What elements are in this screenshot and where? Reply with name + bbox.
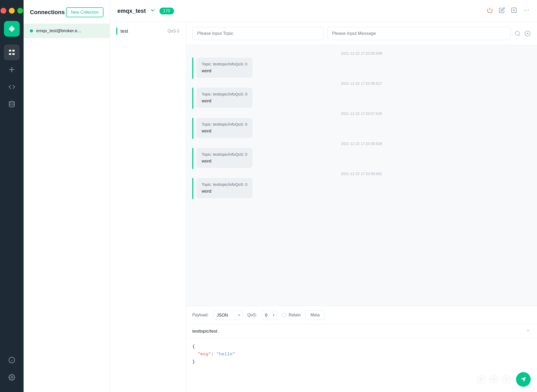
payload-type-select[interactable]: JSON Plaintext Hex Base64	[213, 311, 243, 320]
message-topic-label: Topic: testtopic/info	[202, 152, 235, 156]
close-traffic-light[interactable]	[1, 8, 6, 14]
message-bubble[interactable]: Topic: testtopic/infoQoS: 0word	[196, 148, 253, 168]
sidebar-item-data[interactable]	[4, 96, 20, 112]
message-topic-label: Topic: testtopic/info	[202, 92, 235, 96]
message-bubble[interactable]: Topic: testtopic/infoQoS: 0word	[196, 118, 253, 138]
message-timestamp: 2021-12-22 17:20:58:628	[192, 142, 531, 146]
more-options-icon[interactable]	[523, 7, 530, 15]
retain-radio	[282, 313, 287, 317]
subscription-color-bar	[116, 27, 117, 35]
qos-select[interactable]: 0 1 2	[262, 311, 277, 320]
message-input-wrapper	[327, 27, 511, 40]
top-bar-actions	[487, 7, 530, 15]
topic-bar: testtopic/test	[186, 324, 537, 338]
svg-point-12	[526, 10, 527, 10]
message-timestamp: 2021-12-22 17:20:57:635	[192, 111, 531, 116]
message-color-bar	[192, 58, 193, 79]
minimize-traffic-light[interactable]	[9, 8, 15, 14]
topic-filter-input[interactable]	[192, 27, 324, 40]
message-bubble[interactable]: Topic: testtopic/infoQoS: 0word	[196, 178, 253, 198]
traffic-lights	[1, 5, 23, 14]
svg-rect-3	[12, 53, 15, 55]
content-area: test QoS 0	[110, 22, 537, 392]
chevron-down-icon[interactable]	[150, 7, 156, 15]
svg-point-8	[11, 377, 13, 378]
connections-panel: Connections New Collection emqx_test@bro…	[24, 0, 110, 392]
message-filter-input[interactable]	[327, 27, 511, 40]
svg-line-15	[519, 35, 520, 36]
message-topic-label: Topic: testtopic/info	[202, 182, 235, 187]
topic-collapse-icon[interactable]	[525, 328, 531, 334]
svg-point-14	[515, 31, 519, 35]
message-timestamp: 2021-12-22 17:20:55:699	[192, 51, 531, 55]
message-bubble[interactable]: Topic: testtopic/infoQoS: 0word	[196, 88, 253, 108]
message-body: word	[202, 98, 247, 104]
subscription-qos: QoS 0	[168, 29, 179, 33]
message-color-bar	[192, 148, 193, 169]
message-body: word	[202, 189, 247, 194]
retain-label-text: Retain	[289, 313, 301, 317]
publish-area: Payload: JSON Plaintext Hex Base64 QoS: …	[186, 306, 537, 392]
search-bar	[186, 22, 537, 45]
qos-label: QoS:	[247, 313, 257, 317]
svg-rect-2	[9, 53, 11, 55]
subscriptions-panel: test QoS 0	[110, 22, 186, 392]
qos-select-wrapper: 0 1 2	[262, 311, 277, 320]
connections-title: Connections	[30, 9, 65, 16]
send-button[interactable]	[516, 372, 531, 387]
message-row: Topic: testtopic/infoQoS: 0word	[192, 58, 531, 79]
nav-back-button[interactable]	[476, 374, 486, 384]
message-qos-label: QoS: 0	[235, 152, 248, 156]
message-bubble[interactable]: Topic: testtopic/infoQoS: 0word	[196, 58, 253, 78]
nav-forward-button[interactable]	[501, 374, 511, 384]
message-row: Topic: testtopic/infoQoS: 0word	[192, 118, 531, 139]
power-icon[interactable]	[487, 7, 493, 15]
topic-input-wrapper	[192, 27, 324, 40]
message-qos-label: QoS: 0	[235, 62, 248, 66]
sidebar-item-settings[interactable]	[4, 369, 20, 385]
message-timestamp: 2021-12-22 17:20:59:682	[192, 172, 531, 176]
subscription-item[interactable]: test QoS 0	[110, 22, 186, 40]
main-content: emqx_test 170	[110, 0, 537, 392]
svg-rect-0	[9, 50, 11, 52]
messages-list: 2021-12-22 17:20:55:699Topic: testtopic/…	[186, 45, 537, 306]
message-color-bar	[192, 88, 193, 109]
search-button[interactable]	[514, 27, 521, 40]
message-topic-label: Topic: testtopic/info	[202, 122, 235, 126]
payload-label: Payload:	[192, 313, 209, 317]
connections-header: Connections New Collection	[24, 0, 110, 24]
new-collection-button[interactable]: New Collection	[66, 7, 103, 17]
connection-name: emqx_test@broker.e...	[36, 28, 81, 33]
clear-search-button[interactable]	[524, 27, 531, 40]
publish-topic: testtopic/test	[192, 329, 525, 334]
meta-button[interactable]: Meta	[305, 310, 325, 320]
publish-controls: Payload: JSON Plaintext Hex Base64 QoS: …	[186, 306, 537, 324]
active-connection-name: emqx_test	[117, 8, 146, 14]
app-logo	[4, 21, 20, 37]
svg-point-11	[524, 10, 525, 10]
retain-toggle[interactable]: Retain	[282, 313, 301, 317]
message-body: word	[202, 68, 247, 74]
payload-type-wrapper: JSON Plaintext Hex Base64	[213, 311, 243, 320]
message-body: word	[202, 128, 247, 134]
sidebar-item-connections[interactable]	[4, 44, 20, 60]
edit-icon[interactable]	[499, 7, 505, 15]
message-count-badge: 170	[160, 8, 174, 14]
add-tab-icon[interactable]	[511, 7, 517, 15]
connection-item[interactable]: emqx_test@broker.e...	[24, 24, 110, 38]
message-row: Topic: testtopic/infoQoS: 0word	[192, 88, 531, 109]
maximize-traffic-light[interactable]	[17, 8, 23, 14]
message-color-bar	[192, 178, 193, 199]
nav-mid-button[interactable]	[489, 374, 499, 384]
sidebar-icons	[0, 0, 24, 392]
sidebar-item-add[interactable]	[4, 62, 20, 77]
message-topic-label: Topic: testtopic/info	[202, 62, 235, 66]
message-qos-label: QoS: 0	[235, 92, 248, 96]
code-editor[interactable]: { "msg": "hello" }	[186, 338, 537, 370]
messages-area: 2021-12-22 17:20:55:699Topic: testtopic/…	[186, 22, 537, 392]
sidebar-item-code[interactable]	[4, 79, 20, 95]
message-body: word	[202, 159, 247, 164]
message-row: Topic: testtopic/infoQoS: 0word	[192, 148, 531, 169]
connection-status-dot	[30, 29, 33, 32]
sidebar-item-info[interactable]	[4, 352, 20, 368]
